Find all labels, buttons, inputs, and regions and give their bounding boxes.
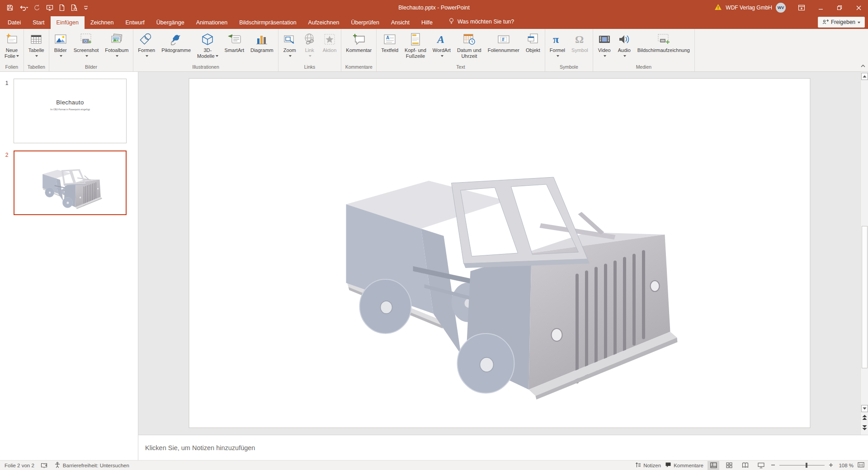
zoom-slider-thumb[interactable] bbox=[806, 463, 807, 468]
ribbon-button-kopf-fusszeile[interactable]: Kopf- und Fußzeile bbox=[401, 30, 429, 63]
tab-einfuegen[interactable]: Einfügen bbox=[51, 16, 85, 29]
normal-view-button[interactable] bbox=[708, 461, 719, 470]
previous-slide-icon[interactable] bbox=[862, 414, 867, 422]
chevron-down-icon bbox=[858, 22, 860, 25]
start-presentation-icon[interactable] bbox=[46, 4, 53, 11]
chevron-down-icon bbox=[557, 55, 559, 58]
undo-icon[interactable] bbox=[19, 4, 28, 11]
zoom-in-icon[interactable] bbox=[829, 463, 833, 468]
current-slide[interactable] bbox=[189, 79, 810, 428]
equation-icon: π bbox=[551, 31, 564, 47]
scroll-down-icon[interactable] bbox=[861, 405, 868, 412]
ribbon-button-datum-uhrzeit[interactable]: Datum und Uhrzeit bbox=[454, 30, 485, 63]
spell-check-icon[interactable] bbox=[41, 462, 48, 469]
customize-qat-icon[interactable] bbox=[83, 5, 89, 11]
share-button[interactable]: Freigeben bbox=[818, 17, 865, 28]
scrollbar-thumb[interactable] bbox=[862, 226, 868, 368]
avatar[interactable]: WV bbox=[776, 3, 786, 13]
tab-zeichnen[interactable]: Zeichnen bbox=[85, 16, 119, 29]
ribbon-group-symbole: π Formel Ω Symbol Symbole bbox=[545, 29, 593, 71]
ribbon-button-aktion: Aktion bbox=[320, 30, 340, 63]
close-button[interactable] bbox=[849, 0, 868, 15]
tab-animationen[interactable]: Animationen bbox=[190, 16, 234, 29]
new-comment-icon bbox=[352, 31, 366, 47]
new-document-icon[interactable] bbox=[59, 4, 65, 11]
tab-uebergaenge[interactable]: Übergänge bbox=[151, 16, 190, 29]
ribbon-button-screenshot[interactable]: Screenshot bbox=[71, 30, 102, 63]
tab-aufzeichnen[interactable]: Aufzeichnen bbox=[302, 16, 345, 29]
comment-icon bbox=[665, 462, 671, 469]
group-label-medien: Medien bbox=[593, 63, 694, 71]
notes-pane[interactable]: Klicken Sie, um Notizen hinzuzufügen bbox=[138, 435, 868, 460]
video-icon bbox=[598, 31, 611, 47]
next-slide-icon[interactable] bbox=[862, 424, 867, 432]
svg-text:A: A bbox=[436, 33, 444, 45]
scroll-up-icon[interactable] bbox=[861, 73, 868, 80]
date-time-icon bbox=[462, 31, 476, 47]
slide-number-label: 2 bbox=[0, 150, 14, 158]
chevron-down-icon bbox=[623, 55, 626, 58]
ribbon-button-video[interactable]: Video bbox=[594, 30, 614, 63]
ribbon-button-wordart[interactable]: A WordArt bbox=[429, 30, 454, 63]
ribbon-button-textfeld[interactable]: A Textfeld bbox=[378, 30, 401, 63]
account-info[interactable]: WDF Verlag GmbH WV bbox=[714, 3, 786, 13]
quick-access-toolbar bbox=[0, 4, 89, 11]
ribbon-button-bilder[interactable]: Bilder bbox=[51, 30, 71, 63]
collapse-ribbon-icon[interactable] bbox=[860, 61, 866, 70]
fit-slide-to-window-icon[interactable] bbox=[858, 462, 864, 469]
thumbnail-slide-title: Blechauto bbox=[14, 99, 126, 106]
ribbon-button-diagramm[interactable]: Diagramm bbox=[247, 30, 277, 63]
ribbon-button-objekt[interactable]: Objekt bbox=[523, 30, 543, 63]
slide-indicator[interactable]: Folie 2 von 2 bbox=[5, 463, 34, 468]
comments-toggle[interactable]: Kommentare bbox=[665, 462, 703, 469]
tab-ansicht[interactable]: Ansicht bbox=[385, 16, 415, 29]
ribbon-button-formen[interactable]: Formen bbox=[135, 30, 158, 63]
ribbon-button-piktogramme[interactable]: Piktogramme bbox=[158, 30, 194, 63]
tell-me-search[interactable]: Was möchten Sie tun? bbox=[439, 18, 514, 29]
reading-view-button[interactable] bbox=[739, 461, 751, 470]
restore-button[interactable] bbox=[830, 0, 849, 15]
zoom-slider[interactable] bbox=[779, 465, 825, 465]
text-box-icon: A bbox=[383, 31, 396, 47]
tab-bildschirmpraesentation[interactable]: Bildschirmpräsentation bbox=[233, 16, 302, 29]
ribbon-group-tabellen: Tabelle Tabellen bbox=[24, 29, 49, 71]
slide-thumbnail-1[interactable]: Blechauto Im OBJ-Format in Powerpoint ei… bbox=[14, 79, 127, 143]
ribbon-button-formel[interactable]: π Formel bbox=[547, 30, 568, 63]
notes-toggle[interactable]: Notizen bbox=[635, 462, 661, 469]
slide-number-label: 1 bbox=[0, 79, 14, 86]
redo-icon[interactable] bbox=[33, 4, 41, 11]
ribbon-button-bildschirmaufzeichnung[interactable]: Bildschirmaufzeichnung bbox=[634, 30, 693, 63]
minimize-button[interactable] bbox=[811, 0, 830, 15]
slide-canvas-area[interactable] bbox=[138, 72, 860, 435]
ribbon-button-tabelle[interactable]: Tabelle bbox=[25, 30, 47, 63]
ribbon-button-neue-folie[interactable]: Neue Folie bbox=[1, 30, 22, 63]
zoom-out-icon[interactable] bbox=[771, 463, 775, 468]
tab-datei[interactable]: Datei bbox=[2, 16, 27, 29]
ribbon-display-options-icon[interactable] bbox=[792, 0, 811, 15]
ribbon-button-smartart[interactable]: SmartArt bbox=[222, 30, 247, 63]
ribbon-button-fotoalbum[interactable]: Fotoalbum bbox=[102, 30, 132, 63]
zoom-level[interactable]: 108 % bbox=[837, 463, 854, 468]
tab-entwurf[interactable]: Entwurf bbox=[119, 16, 150, 29]
ribbon-button-kommentar[interactable]: Kommentar bbox=[343, 30, 375, 63]
three-d-models-icon bbox=[201, 31, 214, 47]
powerpoint-window: Blechauto.pptx - PowerPoint WDF Verlag G… bbox=[0, 0, 868, 470]
ribbon-button-audio[interactable]: Audio bbox=[614, 30, 634, 63]
slide-sorter-view-button[interactable] bbox=[723, 461, 735, 470]
print-preview-icon[interactable] bbox=[71, 4, 78, 11]
tab-ueberpruefen[interactable]: Überprüfen bbox=[345, 16, 385, 29]
ribbon-button-zoom[interactable]: Zoom bbox=[280, 30, 300, 63]
slide-3d-model[interactable] bbox=[189, 79, 810, 428]
ribbon-button-3d-modelle[interactable]: 3D- Modelle bbox=[194, 30, 222, 63]
scrollbar-track[interactable] bbox=[861, 80, 868, 404]
save-icon[interactable] bbox=[6, 4, 14, 11]
slide-thumbnail-panel: 1 Blechauto Im OBJ-Format in Powerpoint … bbox=[0, 72, 138, 460]
ribbon-group-kommentare: Kommentar Kommentare bbox=[341, 29, 377, 71]
ribbon-button-foliennummer[interactable]: # Foliennummer bbox=[485, 30, 523, 63]
tab-start[interactable]: Start bbox=[27, 16, 50, 29]
slideshow-view-button[interactable] bbox=[755, 461, 767, 470]
slide-thumbnail-2[interactable] bbox=[14, 150, 127, 215]
vertical-scrollbar[interactable] bbox=[860, 72, 868, 435]
tab-hilfe[interactable]: Hilfe bbox=[415, 16, 439, 29]
accessibility-checker[interactable]: Barrierefreiheit: Untersuchen bbox=[54, 462, 129, 469]
